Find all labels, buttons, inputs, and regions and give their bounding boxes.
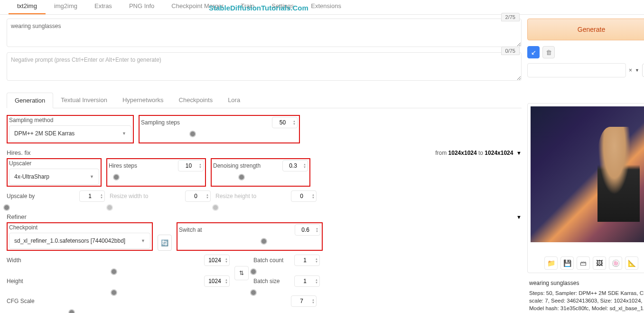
generate-button[interactable]: Generate (527, 19, 644, 40)
chevron-down-icon: ▼ (90, 174, 94, 179)
refiner-refresh-button[interactable]: 🔄 (158, 235, 172, 251)
upscaler-label: Upscaler (9, 160, 99, 167)
resize-height-label: Resize height to (215, 193, 256, 199)
main-tabs: txt2img img2img Extras PNG Info Checkpoi… (0, 0, 644, 15)
subtab-textual-inversion[interactable]: Textual Inversion (53, 93, 115, 108)
chevron-down-icon: ▼ (122, 131, 126, 136)
subtab-lora[interactable]: Lora (220, 93, 248, 108)
send-img2img-button[interactable]: 🖼 (593, 256, 606, 270)
negative-prompt-input[interactable] (7, 52, 522, 81)
batch-count-label: Batch count (253, 257, 283, 264)
hires-header: Hires. fix (7, 149, 31, 156)
tab-extensions[interactable]: Extensions (302, 0, 350, 14)
styles-select[interactable] (527, 63, 626, 77)
prompt-token-counter: 2/75 (501, 13, 520, 21)
refiner-collapse-icon[interactable]: ▼ (516, 214, 522, 220)
tab-txt2img[interactable]: txt2img (9, 0, 46, 14)
apply-style-button[interactable]: ↙ (527, 46, 540, 58)
upscaler-value: 4x-UltraSharp (14, 173, 49, 180)
negative-prompt-area: 0/75 (7, 52, 522, 82)
refiner-header: Refiner (7, 213, 27, 220)
width-label: Width (7, 257, 21, 264)
send-extras-button[interactable]: 📐 (625, 256, 638, 270)
batch-count-input[interactable]: ▲▼ (294, 255, 320, 266)
resize-width-label: Resize width to (110, 193, 148, 199)
resize-width-input[interactable]: ▲▼ (185, 190, 211, 202)
upscale-by-label: Upscale by (7, 193, 35, 199)
width-input[interactable]: ▲▼ (204, 255, 230, 266)
refiner-switch-input[interactable]: ▲▼ (295, 224, 320, 236)
sampling-method-select[interactable]: DPM++ 2M SDE Karras ▼ (9, 125, 131, 142)
chevron-down-icon[interactable]: ▼ (635, 68, 639, 73)
sampling-method-label: Sampling method (9, 117, 131, 123)
chevron-down-icon: ▼ (141, 238, 145, 243)
save-button[interactable]: 💾 (560, 256, 574, 270)
cfg-label: CFG Scale (7, 298, 35, 304)
open-folder-button[interactable]: 📁 (544, 256, 558, 270)
send-inpaint-button[interactable]: 🍥 (609, 256, 622, 270)
hires-steps-input[interactable]: ▲▼ (178, 160, 204, 171)
watermark: StableDiffusionTutorials.Com (209, 4, 308, 12)
edit-styles-button[interactable]: ✎ (642, 64, 644, 77)
batch-size-label: Batch size (253, 278, 280, 285)
swap-dims-button[interactable]: ⇅ (234, 266, 249, 280)
hires-steps-label: Hires steps (109, 162, 137, 169)
sampling-method-field: Sampling method DPM++ 2M SDE Karras ▼ (9, 117, 131, 142)
subtab-checkpoints[interactable]: Checkpoints (171, 93, 221, 108)
upscale-by-input[interactable]: ▲▼ (79, 190, 105, 202)
subtab-hypernetworks[interactable]: Hypernetworks (115, 93, 171, 108)
denoise-label: Denoising strength (213, 162, 261, 169)
save-zip-button[interactable]: 🗃 (577, 256, 590, 270)
sampling-steps-input[interactable]: ▲▼ (272, 117, 298, 128)
sampling-method-value: DPM++ 2M SDE Karras (14, 130, 75, 137)
denoise-input[interactable]: ▲▼ (282, 160, 308, 171)
output-image[interactable] (531, 106, 644, 242)
height-input[interactable]: ▲▼ (204, 275, 230, 287)
styles-clear-icon[interactable]: × (629, 67, 632, 74)
tab-extras[interactable]: Extras (86, 0, 121, 14)
batch-size-input[interactable]: ▲▼ (294, 275, 320, 287)
height-label: Height (7, 278, 23, 285)
refiner-ckpt-value: sd_xl_refiner_1.0.safetensors [7440042bb… (14, 237, 125, 244)
subtab-generation[interactable]: Generation (7, 93, 53, 108)
prompt-area: 2/75 wearing sunglasses (7, 19, 522, 48)
cfg-input[interactable]: ▲▼ (291, 295, 317, 307)
resize-height-input[interactable]: ▲▼ (291, 190, 317, 202)
refiner-ckpt-label: Checkpoint (9, 224, 150, 231)
tab-img2img[interactable]: img2img (46, 0, 86, 14)
refiner-ckpt-select[interactable]: sd_xl_refiner_1.0.safetensors [7440042bb… (9, 233, 150, 249)
sampling-steps-label: Sampling steps (141, 119, 180, 126)
negprompt-token-counter: 0/75 (501, 47, 520, 55)
output-prompt-text: wearing sunglasses (529, 280, 644, 286)
subtabs: Generation Textual Inversion Hypernetwor… (7, 93, 522, 108)
upscaler-select[interactable]: 4x-UltraSharp ▼ (9, 169, 99, 185)
clear-prompt-button[interactable]: 🗑 (542, 46, 555, 58)
prompt-input[interactable]: wearing sunglasses (7, 19, 522, 47)
refiner-switch-label: Switch at (179, 227, 202, 233)
hires-dims: from 1024x1024 to 1024x1024 ▼ (435, 150, 522, 156)
tab-pnginfo[interactable]: PNG Info (121, 0, 163, 14)
hires-collapse-icon[interactable]: ▼ (516, 150, 522, 156)
output-metadata-text: Steps: 50, Sampler: DPM++ 2M SDE Karras,… (529, 289, 644, 313)
